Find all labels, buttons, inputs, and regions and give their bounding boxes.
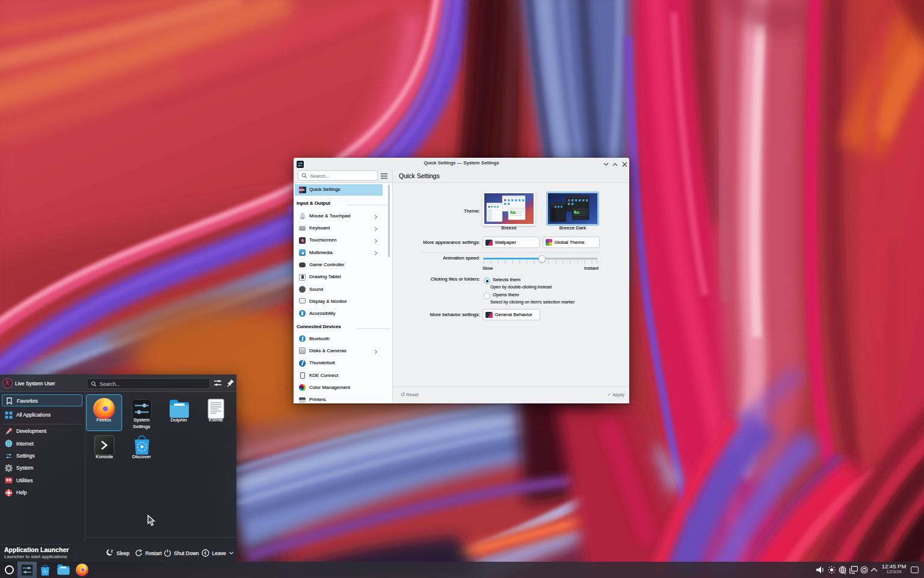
svg-text:0: 0 [844,571,846,575]
